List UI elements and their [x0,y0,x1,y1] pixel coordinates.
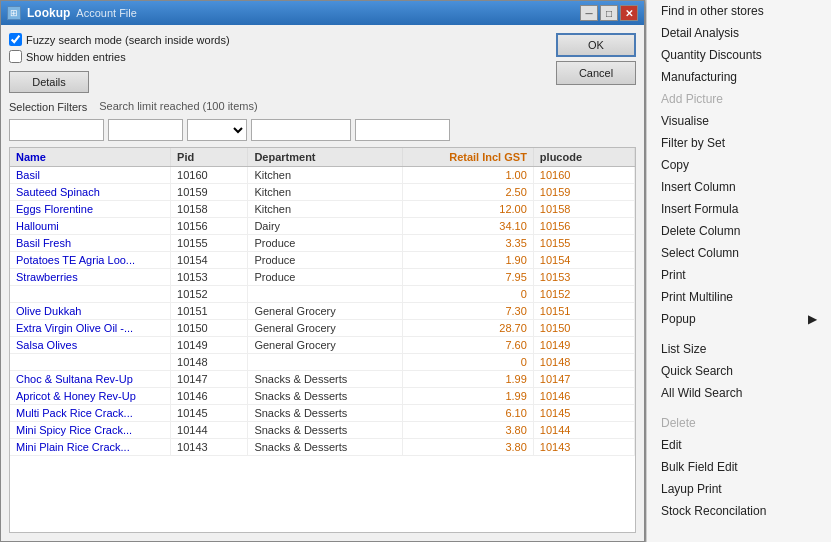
col-header-plu[interactable]: plucode [533,148,634,167]
menu-item-filter-by-set[interactable]: Filter by Set [647,132,831,154]
filter-input-2[interactable] [108,119,183,141]
window-subtitle: Account File [76,7,137,19]
cell-retail: 1.90 [403,252,534,269]
cell-name: Potatoes TE Agria Loo... [10,252,171,269]
cell-pid: 10147 [171,371,248,388]
window-icon: ⊞ [7,6,21,20]
menu-item-find-in-other-stores[interactable]: Find in other stores [647,0,831,22]
minimize-button[interactable]: ─ [580,5,598,21]
cell-retail: 3.35 [403,235,534,252]
table-body: Basil 10160 Kitchen 1.00 10160 Sauteed S… [10,167,635,456]
cell-name: Salsa Olives [10,337,171,354]
table-row[interactable]: 10148 0 10148 [10,354,635,371]
cell-dept: Produce [248,235,403,252]
menu-item-list-size[interactable]: List Size [647,338,831,360]
table-row[interactable]: Basil 10160 Kitchen 1.00 10160 [10,167,635,184]
cell-retail: 7.30 [403,303,534,320]
show-hidden-checkbox[interactable] [9,50,22,63]
fuzzy-search-checkbox[interactable] [9,33,22,46]
context-menu: Find in other storesDetail AnalysisQuant… [646,0,831,542]
menu-item-select-column[interactable]: Select Column [647,242,831,264]
cell-pid: 10148 [171,354,248,371]
col-header-dept[interactable]: Department [248,148,403,167]
menu-item-edit[interactable]: Edit [647,434,831,456]
menu-item-quick-search[interactable]: Quick Search [647,360,831,382]
table-row[interactable]: Salsa Olives 10149 General Grocery 7.60 … [10,337,635,354]
menu-item-bulk-field-edit[interactable]: Bulk Field Edit [647,456,831,478]
table-row[interactable]: Sauteed Spinach 10159 Kitchen 2.50 10159 [10,184,635,201]
cell-retail: 28.70 [403,320,534,337]
menu-item-manufacturing[interactable]: Manufacturing [647,66,831,88]
cell-plu: 10155 [533,235,634,252]
filter-labels-row: Selection Filters Search limit reached (… [9,99,636,113]
filter-input-4[interactable] [355,119,450,141]
cell-dept [248,286,403,303]
cell-dept: Snacks & Desserts [248,371,403,388]
table-row[interactable]: Basil Fresh 10155 Produce 3.35 10155 [10,235,635,252]
table-row[interactable]: Potatoes TE Agria Loo... 10154 Produce 1… [10,252,635,269]
cell-retail: 12.00 [403,201,534,218]
maximize-button[interactable]: □ [600,5,618,21]
table-row[interactable]: Olive Dukkah 10151 General Grocery 7.30 … [10,303,635,320]
table-row[interactable]: Multi Pack Rice Crack... 10145 Snacks & … [10,405,635,422]
menu-item-popup[interactable]: Popup▶ [647,308,831,330]
cell-name: Choc & Sultana Rev-Up [10,371,171,388]
table-row[interactable]: Apricot & Honey Rev-Up 10146 Snacks & De… [10,388,635,405]
filter-input-1[interactable] [9,119,104,141]
menu-item-detail-analysis[interactable]: Detail Analysis [647,22,831,44]
cell-dept: Kitchen [248,167,403,184]
cell-retail: 1.99 [403,371,534,388]
table-row[interactable]: Halloumi 10156 Dairy 34.10 10156 [10,218,635,235]
cell-dept: General Grocery [248,303,403,320]
menu-item-quantity-discounts[interactable]: Quantity Discounts [647,44,831,66]
window-title: Lookup [27,6,70,20]
table-row[interactable]: 10152 0 10152 [10,286,635,303]
menu-item-insert-column[interactable]: Insert Column [647,176,831,198]
filter-input-3[interactable] [251,119,351,141]
col-header-pid[interactable]: Pid [171,148,248,167]
menu-item-layup-print[interactable]: Layup Print [647,478,831,500]
menu-item-copy[interactable]: Copy [647,154,831,176]
table-row[interactable]: Eggs Florentine 10158 Kitchen 12.00 1015… [10,201,635,218]
ok-button[interactable]: OK [556,33,636,57]
menu-item-delete-column[interactable]: Delete Column [647,220,831,242]
menu-item-insert-formula[interactable]: Insert Formula [647,198,831,220]
menu-item-all-wild-search[interactable]: All Wild Search [647,382,831,404]
cell-plu: 10144 [533,422,634,439]
cell-dept: Produce [248,269,403,286]
details-button[interactable]: Details [9,71,89,93]
cell-name: Olive Dukkah [10,303,171,320]
cell-retail: 7.60 [403,337,534,354]
cell-retail: 3.80 [403,439,534,456]
cell-name [10,354,171,371]
cell-name: Multi Pack Rice Crack... [10,405,171,422]
cell-pid: 10151 [171,303,248,320]
menu-separator [647,330,831,338]
cell-pid: 10160 [171,167,248,184]
table-row[interactable]: Mini Spicy Rice Crack... 10144 Snacks & … [10,422,635,439]
menu-item-stock-reconcilation[interactable]: Stock Reconcilation [647,500,831,522]
col-header-retail[interactable]: Retail Incl GST [403,148,534,167]
menu-item-visualise[interactable]: Visualise [647,110,831,132]
cell-dept [248,354,403,371]
cell-name: Strawberries [10,269,171,286]
col-header-name[interactable]: Name [10,148,171,167]
cell-plu: 10151 [533,303,634,320]
cell-pid: 10143 [171,439,248,456]
table-row[interactable]: Choc & Sultana Rev-Up 10147 Snacks & Des… [10,371,635,388]
menu-item-print-multiline[interactable]: Print Multiline [647,286,831,308]
close-button[interactable]: ✕ [620,5,638,21]
table-row[interactable]: Extra Virgin Olive Oil -... 10150 Genera… [10,320,635,337]
filter-dropdown[interactable] [187,119,247,141]
table-header-row: Name Pid Department Retail Incl GST pluc… [10,148,635,167]
cell-retail: 2.50 [403,184,534,201]
table-row[interactable]: Strawberries 10153 Produce 7.95 10153 [10,269,635,286]
cell-dept: General Grocery [248,320,403,337]
cancel-button[interactable]: Cancel [556,61,636,85]
cell-plu: 10160 [533,167,634,184]
fuzzy-search-checkbox-row[interactable]: Fuzzy search mode (search inside words) [9,33,230,46]
menu-item-print[interactable]: Print [647,264,831,286]
table-row[interactable]: Mini Plain Rice Crack... 10143 Snacks & … [10,439,635,456]
cell-name: Halloumi [10,218,171,235]
show-hidden-checkbox-row[interactable]: Show hidden entries [9,50,230,63]
